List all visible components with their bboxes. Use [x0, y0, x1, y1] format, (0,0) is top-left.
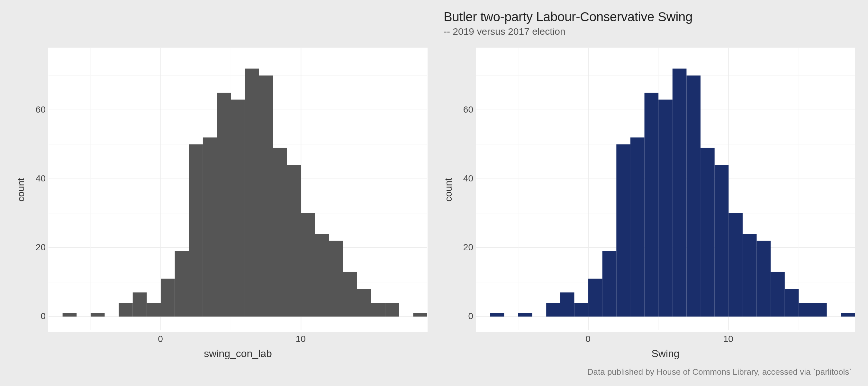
y-tick-label: 40 [36, 173, 45, 184]
chart-subtitle: -- 2019 versus 2017 election [444, 26, 855, 37]
chart-title: Butler two-party Labour-Conservative Swi… [444, 10, 855, 24]
histogram-bar [259, 76, 273, 317]
chart-caption: Data published by House of Commons Libra… [440, 367, 855, 380]
histogram-bar [329, 241, 343, 317]
histogram-bar [771, 272, 785, 317]
x-axis-label: Swing [440, 348, 855, 367]
histogram-bar [245, 68, 259, 317]
histogram-bar [287, 165, 301, 317]
histogram-bar [686, 76, 701, 317]
x-tick-label: 10 [723, 334, 733, 344]
histogram-bar [673, 68, 687, 317]
histogram-bar [645, 93, 659, 317]
charts-container: count0204060010swing_con_lab Butler two-… [0, 0, 868, 386]
plot-row: count0204060 [440, 48, 855, 332]
y-tick-label: 40 [463, 173, 473, 184]
plot-panel [476, 48, 855, 332]
histogram-bar [728, 213, 743, 317]
y-axis-label-wrap: count [13, 48, 29, 332]
histogram-bar [602, 251, 617, 317]
histogram-bar [701, 148, 715, 317]
histogram-bar [715, 165, 729, 317]
histogram-bar [743, 234, 757, 317]
histogram-bar [813, 303, 827, 317]
chart-caption [13, 367, 428, 380]
plot-panel [48, 48, 428, 332]
histogram-bar [841, 313, 855, 317]
histogram-bar [119, 303, 133, 317]
histogram-bar [175, 251, 189, 317]
x-tick-label: 10 [296, 334, 306, 344]
plot-row: count0204060 [13, 48, 428, 332]
histogram-bar [91, 313, 105, 317]
x-tick-label: 0 [585, 334, 591, 344]
histogram-bar [63, 313, 77, 317]
y-tick-label: 60 [463, 105, 473, 115]
histogram-bar [560, 292, 575, 317]
y-tick-label: 0 [40, 311, 45, 321]
histogram-bar [217, 93, 231, 317]
y-tick-label: 60 [36, 105, 45, 115]
histogram-bar [757, 241, 771, 317]
chart-titles: Butler two-party Labour-Conservative Swi… [440, 10, 855, 48]
histogram-bar [574, 303, 588, 317]
histogram-bar [546, 303, 560, 317]
y-tick-label: 20 [463, 242, 473, 253]
histogram-bar [588, 279, 602, 317]
x-axis-label: swing_con_lab [13, 348, 428, 367]
histogram-bar [231, 100, 245, 317]
chart-left: count0204060010swing_con_lab [13, 10, 428, 380]
histogram-bar [518, 313, 532, 317]
histogram-bar [203, 138, 217, 317]
x-axis-row: 010 [13, 332, 428, 348]
y-axis-label-wrap: count [440, 48, 457, 332]
y-tick-col: 0204060 [29, 48, 48, 332]
y-tick-label: 0 [468, 311, 473, 321]
x-axis-row: 010 [440, 332, 855, 348]
histogram-bar [490, 313, 504, 317]
histogram-bar [273, 148, 287, 317]
histogram-bar [147, 303, 161, 317]
histogram-bar [616, 144, 630, 317]
plot-svg [49, 48, 427, 330]
histogram-bar [371, 303, 385, 317]
histogram-bar [385, 303, 399, 317]
histogram-bar [658, 100, 673, 317]
chart-title-spacer [13, 10, 428, 48]
y-tick-label: 20 [36, 242, 45, 253]
x-tick-area: 010 [476, 332, 855, 348]
histogram-bar [413, 313, 427, 317]
histogram-bar [161, 279, 175, 317]
histogram-bar [301, 213, 315, 317]
histogram-bar [133, 292, 147, 317]
histogram-bar [799, 303, 813, 317]
histogram-bar [357, 289, 371, 317]
plot-svg [476, 48, 855, 330]
histogram-bar [343, 272, 357, 317]
y-axis-label: count [16, 178, 26, 202]
y-tick-col: 0204060 [457, 48, 476, 332]
histogram-bar [315, 234, 329, 317]
histogram-bar [785, 289, 799, 317]
histogram-bar [189, 144, 203, 317]
x-tick-area: 010 [48, 332, 428, 348]
histogram-bar [630, 138, 645, 317]
chart-right: Butler two-party Labour-Conservative Swi… [440, 10, 855, 380]
y-axis-label: count [443, 178, 454, 202]
x-tick-label: 0 [158, 334, 163, 344]
